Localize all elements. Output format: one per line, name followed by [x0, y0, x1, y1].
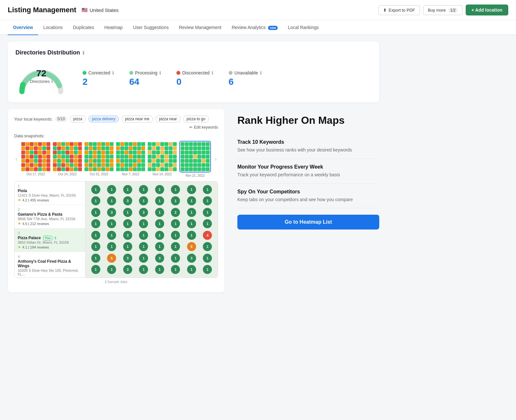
map-cell: 1 — [88, 184, 104, 195]
snapshot-nov21[interactable]: Nov 21, 2022 — [179, 141, 211, 177]
map-cell: 1 — [104, 184, 120, 195]
processing-info[interactable]: ℹ — [159, 70, 161, 75]
snap-date-5: Nov 21, 2022 — [179, 174, 211, 177]
map-cell: 1 — [200, 207, 215, 218]
country-label: United States — [90, 7, 119, 13]
snapshots-row: ‹ Oct 17, 2022 Oct 24, 2022 — [14, 141, 218, 177]
donut-chart: 72 Directories ℹ — [15, 63, 67, 95]
map-cell: 1 — [184, 230, 199, 241]
snap-date-0: Oct 17, 2022 — [21, 172, 50, 176]
map-cell: 1 — [136, 184, 152, 195]
map-cell: 1 — [120, 184, 135, 195]
listing-piola[interactable]: 1 Piola 11421 S Dixie Hwy, Miami, FL 331… — [15, 181, 85, 205]
keyword-pizza-to-go[interactable]: pizza to go — [183, 115, 209, 122]
map-cell: 1 — [184, 219, 199, 230]
snap-date-4: Nov 14, 2022 — [148, 172, 177, 176]
header-actions: ⬆ Export to PDF Buy more 1/2 + Add locat… — [378, 5, 508, 15]
status-disconnected: Disconnected ℹ 0 — [176, 70, 213, 87]
listing-pizza-palace[interactable]: 3 Pizza Palace You↑1 3852 Killian Dr, Mi… — [15, 229, 85, 252]
disconnected-value: 0 — [176, 77, 213, 87]
nav-item-overview[interactable]: Overview — [8, 20, 38, 34]
disconnected-info[interactable]: ℹ — [212, 70, 213, 75]
map-cell: 1 — [152, 196, 167, 207]
nav-item-locations[interactable]: Locations — [38, 20, 68, 34]
nav-item-local-rankings[interactable]: Local Rankings — [283, 20, 324, 34]
unavailable-info[interactable]: ℹ — [260, 70, 262, 75]
map-cell: 3 — [120, 230, 135, 241]
heatmap-card: Your local keywords: 5/10 pizza pizza de… — [8, 109, 224, 292]
donut-info-icon[interactable]: ℹ — [51, 79, 53, 84]
buy-more-button[interactable]: Buy more 1/2 — [423, 5, 462, 15]
map-cell: 1 — [88, 230, 104, 241]
directories-title: Directories Distribution ℹ — [15, 49, 372, 56]
map-cell: 1 — [200, 219, 215, 230]
map-cell: 3 — [120, 196, 135, 207]
map-cell: 1 — [184, 184, 199, 195]
map-cell: 1 — [184, 264, 199, 275]
nav-item-duplicates[interactable]: Duplicates — [68, 20, 99, 34]
status-unavailable: Unavailable ℹ 6 — [229, 70, 262, 87]
map-cell: 1 — [200, 241, 215, 252]
nav-item-user-suggestions[interactable]: User Suggestions — [128, 20, 174, 34]
snapshot-oct17[interactable]: Oct 17, 2022 — [21, 142, 50, 176]
map-cell: 4 — [200, 230, 215, 241]
app-title: Listing Management — [8, 6, 76, 14]
listing-anthonys[interactable]: 4 Anthony's Coal Fired Pizza & Wings 102… — [15, 252, 85, 278]
status-connected: Connected ℹ 2 — [83, 70, 114, 87]
nav-item-review-analytics[interactable]: Review Analytics new — [226, 20, 283, 34]
map-cell: 1 — [152, 264, 167, 275]
country-selector[interactable]: 🇺🇸 United States — [82, 7, 119, 13]
bottom-section: Your local keywords: 5/10 pizza pizza de… — [8, 109, 379, 292]
map-cell: 1 — [152, 230, 167, 241]
edit-keywords-button[interactable]: ✏ Edit keywords — [189, 125, 218, 130]
map-cell: 1 — [168, 184, 184, 195]
map-cell: 3 — [120, 253, 135, 264]
promo-feature-0: Track 10 Keywords See how your business … — [237, 134, 379, 159]
prev-snapshot-button[interactable]: ‹ — [14, 156, 19, 162]
dist-content: 72 Directories ℹ Connected ℹ 2 — [15, 63, 372, 95]
nav-item-heatmap[interactable]: Heatmap — [99, 20, 128, 34]
promo-feature-1: Monitor Your Progress Every Week Track y… — [237, 159, 379, 184]
snapshot-nov7[interactable]: Nov 7, 2022 — [116, 142, 145, 176]
next-snapshot-button[interactable]: › — [213, 156, 218, 162]
snap-date-2: Oct 31, 2022 — [84, 172, 114, 176]
keyword-pizza-near-me[interactable]: pizza near me — [122, 115, 153, 122]
new-badge: new — [268, 26, 277, 30]
map-cell: 1 — [136, 196, 152, 207]
snapshot-oct31[interactable]: Oct 31, 2022 — [84, 142, 114, 176]
connected-info[interactable]: ℹ — [112, 70, 114, 75]
promo-panel: Rank Higher On Maps Track 10 Keywords Se… — [232, 109, 379, 230]
listing-gaetanos[interactable]: 2 Gaetano's Pizza & Pasta 9808 SW 77th A… — [15, 205, 85, 229]
info-icon[interactable]: ℹ — [83, 50, 84, 55]
keyword-pizza[interactable]: pizza — [70, 115, 86, 122]
donut-number: 72 — [30, 69, 53, 78]
snapshot-nov14[interactable]: Nov 14, 2022 — [148, 142, 177, 176]
map-grid-visual: 1111111111311111131312111111111111311114… — [85, 181, 218, 278]
keyword-pizza-delivery[interactable]: pizza delivery — [88, 115, 119, 122]
disconnected-dot — [176, 71, 180, 75]
promo-feature-2: Spy On Your Competitors Keep tabs on you… — [237, 184, 379, 209]
keyword-pizza-near[interactable]: pizza near — [155, 115, 180, 122]
snapshots-label: Data snapshots: — [14, 133, 218, 138]
snapshot-oct24[interactable]: Oct 24, 2022 — [53, 142, 82, 176]
map-cell: 1 — [104, 241, 120, 252]
pencil-icon: ✏ — [189, 125, 193, 130]
add-location-button[interactable]: + Add location — [466, 5, 508, 15]
map-cell: 5 — [104, 253, 120, 264]
unavailable-dot — [229, 71, 233, 75]
map-cell: 1 — [168, 219, 184, 230]
nav-bar: Overview Locations Duplicates Heatmap Us… — [0, 20, 516, 35]
map-cell: 1 — [120, 207, 135, 218]
header: Listing Management 🇺🇸 United States ⬆ Ex… — [0, 0, 516, 20]
map-cell: 1 — [120, 219, 135, 230]
donut-center: 72 Directories ℹ — [30, 69, 53, 84]
go-to-heatmap-button[interactable]: Go to Heatmap List — [237, 215, 379, 230]
promo-title: Rank Higher On Maps — [237, 114, 379, 126]
map-cell: 1 — [152, 207, 167, 218]
export-button[interactable]: ⬆ Export to PDF — [378, 5, 420, 15]
keywords-label: Your local keywords: — [14, 117, 53, 122]
map-cell: 3 — [184, 253, 199, 264]
map-cell: 1 — [104, 264, 120, 275]
nav-item-review-management[interactable]: Review Management — [174, 20, 227, 34]
map-cell: 1 — [88, 196, 104, 207]
